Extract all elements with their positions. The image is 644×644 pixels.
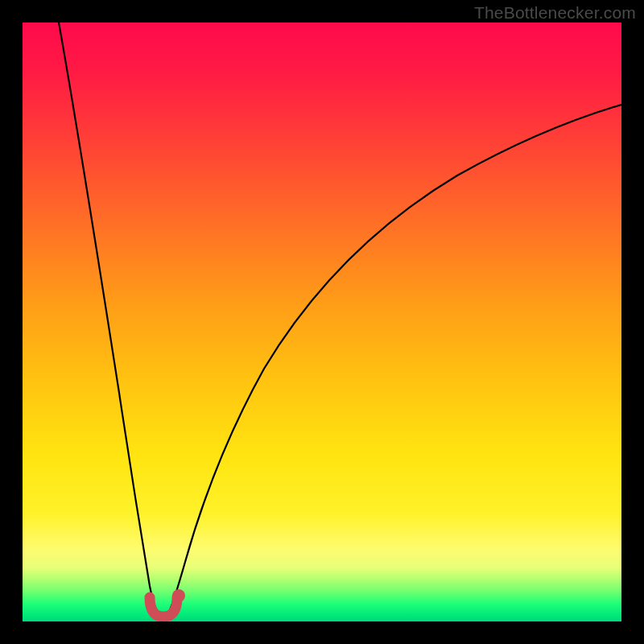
bottleneck-curve-left — [59, 23, 158, 612]
bottleneck-curve-right — [169, 105, 621, 612]
plot-area — [23, 23, 621, 621]
watermark-text: TheBottlenecker.com — [474, 3, 636, 23]
trough-marker-dot — [172, 589, 185, 602]
trough-marker — [150, 597, 177, 617]
chart-frame: TheBottlenecker.com — [0, 0, 644, 644]
curve-overlay-svg — [23, 23, 621, 621]
